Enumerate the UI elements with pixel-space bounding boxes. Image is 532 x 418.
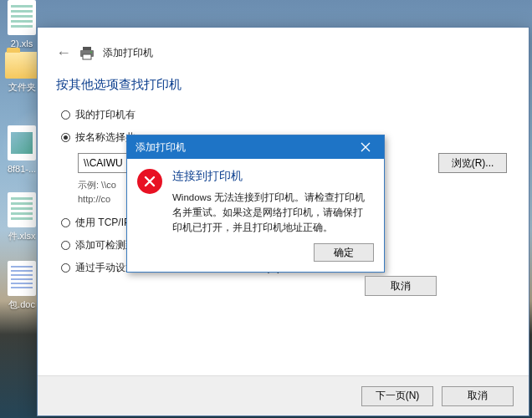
- printer-icon: [79, 47, 95, 60]
- svg-point-3: [90, 51, 92, 53]
- browse-button[interactable]: 浏览(R)...: [438, 153, 507, 173]
- option-label: 我的打印机有: [75, 108, 136, 122]
- cancel-button-secondary[interactable]: 取消: [365, 276, 437, 296]
- desktop-icon[interactable]: 8f81-...: [3, 125, 40, 175]
- error-title-text: 添加打印机: [136, 140, 186, 155]
- error-heading: 连接到打印机: [172, 169, 372, 184]
- desktop-icon[interactable]: 件.xlsx: [3, 192, 40, 242]
- option-older-printer[interactable]: 我的打印机有: [61, 108, 507, 122]
- file-icon: [8, 0, 36, 35]
- ok-button[interactable]: 确定: [314, 243, 374, 262]
- radio-icon: [61, 133, 70, 142]
- section-heading: 按其他选项查找打印机: [56, 77, 507, 93]
- svg-rect-0: [83, 47, 91, 50]
- radio-icon: [61, 110, 70, 120]
- wizard-footer: 下一页(N) 取消: [38, 375, 529, 415]
- close-icon: [361, 142, 371, 152]
- desktop-icon[interactable]: 包.doc: [3, 261, 40, 310]
- svg-rect-2: [83, 54, 91, 59]
- icon-label: 文件夹: [3, 81, 40, 93]
- titlebar[interactable]: [38, 28, 529, 36]
- error-dialog: 添加打印机 连接到打印机 Windows 无法连接到打印机。请检查打印机名并重试…: [126, 135, 385, 273]
- radio-icon: [61, 241, 70, 250]
- desktop-icon[interactable]: 文件夹: [3, 48, 40, 93]
- folder-icon: [5, 52, 38, 79]
- icon-label: 件.xlsx: [3, 230, 40, 242]
- dialog-title: 添加打印机: [103, 46, 153, 60]
- close-button[interactable]: [347, 135, 384, 159]
- file-icon: [8, 192, 36, 227]
- icon-label: 包.doc: [3, 298, 40, 310]
- desktop-icon[interactable]: 2).xls: [3, 0, 40, 49]
- radio-icon: [61, 263, 70, 273]
- error-message: Windows 无法连接到打印机。请检查打印机名并重试。如果这是网络打印机，请确…: [172, 191, 372, 235]
- file-icon: [8, 125, 36, 161]
- error-titlebar[interactable]: 添加打印机: [127, 135, 384, 159]
- radio-icon: [61, 218, 70, 227]
- next-button[interactable]: 下一页(N): [361, 386, 433, 406]
- file-icon: [8, 261, 36, 296]
- error-icon: [137, 169, 162, 194]
- icon-label: 8f81-...: [3, 163, 40, 175]
- back-arrow-icon[interactable]: ←: [56, 44, 71, 62]
- cancel-button[interactable]: 取消: [442, 386, 514, 406]
